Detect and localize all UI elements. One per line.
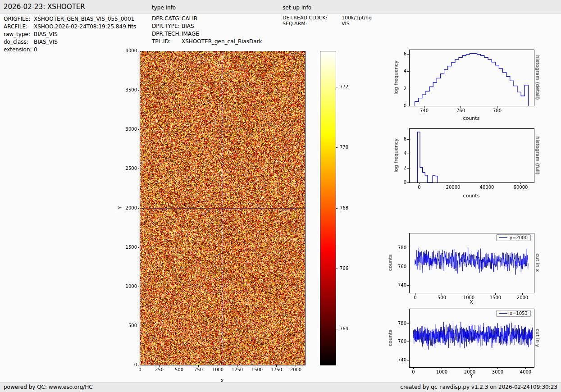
hist-full-canvas [385,122,541,201]
type-info-block: DPR.CATG: CALIB DPR.TYPE: BIAS DPR.TECH:… [152,15,262,46]
footer-powered-by: powered by QC: www.eso.org/HC [4,384,93,390]
type-info-heading: type info [152,5,176,11]
page-title: 2026-02-23: XSHOOTER [4,3,85,11]
setup-info-row: DET.READ.CLOCK: 100k/1pt/hg [283,15,372,21]
cut-y-legend: x=1053 [496,310,531,317]
bias-image-canvas [108,43,320,392]
do-class-value: BIAS_VIS [34,38,58,46]
bias-image-ylabel: Y [117,206,123,210]
file-info-row: raw_type: BIAS_VIS [4,31,136,38]
qc-report-page: 2026-02-23: XSHOOTER type info set-up in… [0,0,561,392]
raw-type-label: raw_type: [4,31,34,38]
setup-info-heading: set-up info [283,5,311,11]
setup-info-row: SEQ.ARM: VIS [283,21,372,27]
raw-type-value: BIAS_VIS [34,31,58,38]
cut-y-side-label: cut in y [535,329,541,347]
dpr-tech-label: DPR.TECH: [152,30,182,38]
hist-detail-side-label: histogram (detail) [535,55,541,100]
dpr-tech-value: IMAGE [182,30,199,38]
cut-x-ylabel: counts [388,255,393,271]
hist-detail-canvas [385,43,541,122]
cut-y-ylabel: counts [388,330,393,346]
setup-info-block: DET.READ.CLOCK: 100k/1pt/hg SEQ.ARM: VIS [283,15,372,27]
hist-detail-xlabel: counts [463,115,480,121]
origfile-label: ORIGFILE: [4,15,34,23]
bottom-bar: powered by QC: www.eso.org/HC created by… [0,382,561,392]
dpr-catg-value: CALIB [182,15,197,23]
arcfile-label: ARCFILE: [4,23,34,31]
cut-y-legend-label: x=1053 [510,311,528,316]
do-class-label: do_class: [4,38,34,46]
type-info-row: DPR.TYPE: BIAS [152,23,262,30]
hist-full-ylabel: log frequency [393,138,399,172]
legend-line-sample [499,237,507,238]
file-info-row: ORIGFILE: XSHOOTER_GEN_BIAS_VIS_055_0001 [4,15,136,23]
hist-full-xlabel: counts [463,193,480,199]
cut-x-side-label: cut in x [535,254,541,272]
extension-label: extension: [4,46,34,54]
read-clock-label: DET.READ.CLOCK: [283,15,342,21]
cut-y-xlabel: Y [470,373,473,379]
legend-line-sample [499,313,507,314]
extension-value: 0 [34,46,37,54]
colorbar-canvas [319,43,362,392]
top-bar: 2026-02-23: XSHOOTER type info set-up in… [0,0,561,14]
dpr-catg-label: DPR.CATG: [152,15,182,23]
cut-x-legend-label: y=2000 [510,235,528,240]
dpr-type-label: DPR.TYPE: [152,23,182,30]
arcfile-value: XSHOO.2026-02-24T08:19:25.849.fits [34,23,136,31]
hist-full-side-label: histogram (full) [535,137,541,175]
seq-arm-value: VIS [342,21,350,27]
file-info-row: ARCFILE: XSHOO.2026-02-24T08:19:25.849.f… [4,23,136,31]
hist-detail-ylabel: log frequency [393,60,399,94]
dpr-type-value: BIAS [182,23,194,30]
type-info-row: DPR.TECH: IMAGE [152,30,262,38]
seq-arm-label: SEQ.ARM: [283,21,342,27]
origfile-value: XSHOOTER_GEN_BIAS_VIS_055_0001 [34,15,134,23]
cut-x-legend: y=2000 [496,234,531,241]
read-clock-value: 100k/1pt/hg [342,15,372,21]
type-info-row: DPR.CATG: CALIB [152,15,262,23]
footer-created-by: created by qc_rawdisp.py v1.2.3 on 2026-… [400,384,557,390]
